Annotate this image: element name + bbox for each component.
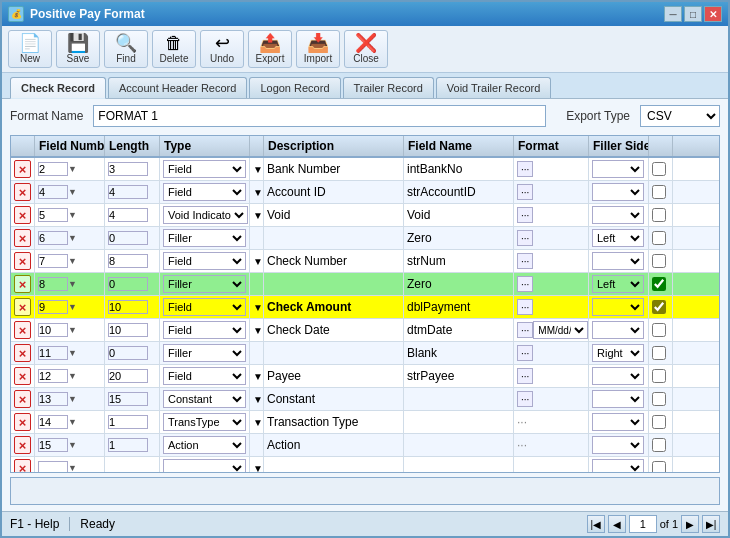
type-select[interactable]: Field — [163, 298, 246, 316]
type-select[interactable]: Filler — [163, 229, 246, 247]
type-select[interactable]: Filler — [163, 275, 246, 293]
field-number-input[interactable] — [38, 415, 68, 429]
delete-row-button[interactable]: × — [14, 275, 31, 293]
format-name-input[interactable] — [93, 105, 546, 127]
filler-select[interactable] — [592, 390, 644, 408]
format-dots-button[interactable]: ··· — [517, 253, 533, 269]
tab-logon-record[interactable]: Logon Record — [249, 77, 340, 98]
row-checkbox[interactable] — [652, 392, 666, 406]
filler-select[interactable] — [592, 459, 644, 473]
type-select[interactable]: Constant — [163, 390, 246, 408]
close-button[interactable]: ✕ — [704, 6, 722, 22]
export-button[interactable]: 📤 Export — [248, 30, 292, 68]
delete-row-button[interactable]: × — [14, 344, 31, 362]
next-page-button[interactable]: ▶ — [681, 515, 699, 533]
find-button[interactable]: 🔍 Find — [104, 30, 148, 68]
filler-select[interactable] — [592, 206, 644, 224]
minimize-button[interactable]: ─ — [664, 6, 682, 22]
format-dots-button[interactable]: ··· — [517, 207, 533, 223]
delete-row-button[interactable]: × — [14, 321, 31, 339]
tab-check-record[interactable]: Check Record — [10, 77, 106, 99]
del-cell[interactable]: × — [11, 434, 35, 456]
del-cell[interactable]: × — [11, 411, 35, 433]
row-checkbox[interactable] — [652, 415, 666, 429]
tab-trailer-record[interactable]: Trailer Record — [343, 77, 434, 98]
field-number-input[interactable] — [38, 277, 68, 291]
filler-select[interactable] — [592, 413, 644, 431]
format-select[interactable]: MM/dd/yyyy — [533, 321, 588, 339]
type-select[interactable]: Field — [163, 321, 246, 339]
del-cell[interactable]: × — [11, 342, 35, 364]
field-number-input[interactable] — [38, 392, 68, 406]
row-checkbox[interactable] — [652, 438, 666, 452]
type-select[interactable] — [163, 459, 246, 473]
row-checkbox[interactable] — [652, 369, 666, 383]
del-cell[interactable]: × — [11, 388, 35, 410]
row-checkbox[interactable] — [652, 323, 666, 337]
del-cell[interactable]: × — [11, 204, 35, 226]
row-checkbox[interactable] — [652, 185, 666, 199]
length-input[interactable] — [108, 438, 148, 452]
delete-row-button[interactable]: × — [14, 183, 31, 201]
field-number-input[interactable] — [38, 461, 68, 473]
maximize-button[interactable]: □ — [684, 6, 702, 22]
field-number-input[interactable] — [38, 369, 68, 383]
tab-void-trailer[interactable]: Void Trailer Record — [436, 77, 552, 98]
type-select[interactable]: Field — [163, 252, 246, 270]
del-cell[interactable]: × — [11, 319, 35, 341]
close-toolbar-button[interactable]: ❌ Close — [344, 30, 388, 68]
filler-select[interactable] — [592, 436, 644, 454]
type-select[interactable]: Void Indicator — [163, 206, 248, 224]
format-dots-button[interactable]: ··· — [517, 161, 533, 177]
field-number-input[interactable] — [38, 300, 68, 314]
type-select[interactable]: Field — [163, 367, 246, 385]
field-number-input[interactable] — [38, 254, 68, 268]
format-dots-button[interactable]: ··· — [517, 184, 533, 200]
type-select[interactable]: Action — [163, 436, 246, 454]
undo-button[interactable]: ↩ Undo — [200, 30, 244, 68]
length-input[interactable] — [108, 346, 148, 360]
format-dots-button[interactable]: ··· — [517, 368, 533, 384]
type-select[interactable]: Filler — [163, 344, 246, 362]
filler-select[interactable] — [592, 367, 644, 385]
field-number-input[interactable] — [38, 346, 68, 360]
filler-select[interactable] — [592, 252, 644, 270]
length-input[interactable] — [108, 231, 148, 245]
length-input[interactable] — [108, 254, 148, 268]
length-input[interactable] — [108, 369, 148, 383]
first-page-button[interactable]: |◀ — [587, 515, 605, 533]
filler-select[interactable] — [592, 298, 644, 316]
field-number-input[interactable] — [38, 438, 68, 452]
length-input[interactable] — [108, 208, 148, 222]
format-dots-button[interactable]: ··· — [517, 276, 533, 292]
format-dots-button[interactable]: ··· — [517, 391, 533, 407]
delete-row-button[interactable]: × — [14, 413, 31, 431]
delete-button[interactable]: 🗑 Delete — [152, 30, 196, 68]
filler-select[interactable]: LeftRight — [592, 275, 644, 293]
length-input[interactable] — [108, 392, 148, 406]
del-cell[interactable]: × — [11, 296, 35, 318]
row-checkbox[interactable] — [652, 277, 666, 291]
del-cell[interactable]: × — [11, 227, 35, 249]
format-dots-button[interactable]: ··· — [517, 299, 533, 315]
filler-select[interactable]: LeftRight — [592, 160, 644, 178]
delete-row-button[interactable]: × — [14, 229, 31, 247]
format-dots-button[interactable]: ··· — [517, 322, 533, 338]
delete-row-button[interactable]: × — [14, 206, 31, 224]
new-button[interactable]: 📄 New — [8, 30, 52, 68]
length-input[interactable] — [108, 323, 148, 337]
page-number-input[interactable] — [629, 515, 657, 533]
save-button[interactable]: 💾 Save — [56, 30, 100, 68]
delete-row-button[interactable]: × — [14, 459, 31, 473]
field-number-input[interactable] — [38, 185, 68, 199]
del-cell[interactable]: × — [11, 250, 35, 272]
length-input[interactable] — [108, 185, 148, 199]
delete-row-button[interactable]: × — [14, 160, 31, 178]
row-checkbox[interactable] — [652, 461, 666, 473]
field-number-input[interactable] — [38, 323, 68, 337]
row-checkbox[interactable] — [652, 231, 666, 245]
row-checkbox[interactable] — [652, 346, 666, 360]
del-cell[interactable]: × — [11, 158, 35, 180]
row-checkbox[interactable] — [652, 162, 666, 176]
length-input[interactable] — [108, 300, 148, 314]
